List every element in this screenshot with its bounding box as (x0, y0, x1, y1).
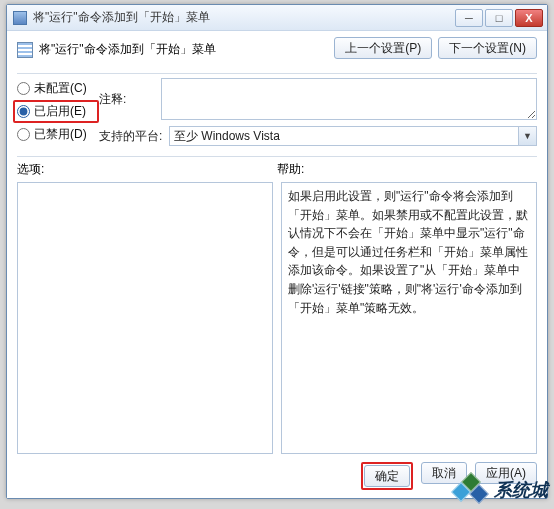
page-heading: 将"运行"命令添加到「开始」菜单 (39, 41, 216, 58)
divider (17, 156, 537, 157)
radio-input-not-configured[interactable] (17, 82, 30, 95)
radio-not-configured[interactable]: 未配置(C) (17, 80, 95, 97)
minimize-button[interactable]: ─ (455, 9, 483, 27)
platform-label: 支持的平台: (99, 128, 163, 145)
radio-input-disabled[interactable] (17, 128, 30, 141)
platform-value: 至少 Windows Vista (170, 128, 518, 145)
close-button[interactable]: X (515, 9, 543, 27)
options-pane (17, 182, 273, 454)
dialog-window: 将"运行"命令添加到「开始」菜单 ─ □ X 将"运行"命令添加到「开始」菜单 … (6, 4, 548, 499)
next-setting-button[interactable]: 下一个设置(N) (438, 37, 537, 59)
cancel-button[interactable]: 取消 (421, 462, 467, 484)
radio-input-enabled[interactable] (17, 105, 30, 118)
apply-button[interactable]: 应用(A) (475, 462, 537, 484)
radio-disabled[interactable]: 已禁用(D) (17, 126, 95, 143)
window-title: 将"运行"命令添加到「开始」菜单 (33, 9, 455, 26)
comment-label: 注释: (99, 91, 155, 108)
enabled-highlight: 已启用(E) (13, 100, 99, 123)
help-label: 帮助: (277, 161, 537, 178)
comment-input[interactable] (161, 78, 537, 120)
ok-highlight: 确定 (361, 462, 413, 490)
maximize-button[interactable]: □ (485, 9, 513, 27)
policy-icon (17, 42, 33, 58)
app-icon (13, 11, 27, 25)
help-pane: 如果启用此设置，则"运行"命令将会添加到「开始」菜单。如果禁用或不配置此设置，默… (281, 182, 537, 454)
options-label: 选项: (17, 161, 277, 178)
radio-enabled[interactable]: 已启用(E) (17, 103, 95, 120)
titlebar[interactable]: 将"运行"命令添加到「开始」菜单 ─ □ X (7, 5, 547, 31)
content-area: 将"运行"命令添加到「开始」菜单 上一个设置(P) 下一个设置(N) 未配置(C… (7, 31, 547, 498)
platform-combo[interactable]: 至少 Windows Vista ▼ (169, 126, 537, 146)
chevron-down-icon[interactable]: ▼ (518, 127, 536, 145)
ok-button[interactable]: 确定 (364, 465, 410, 487)
divider (17, 73, 537, 74)
prev-setting-button[interactable]: 上一个设置(P) (334, 37, 432, 59)
